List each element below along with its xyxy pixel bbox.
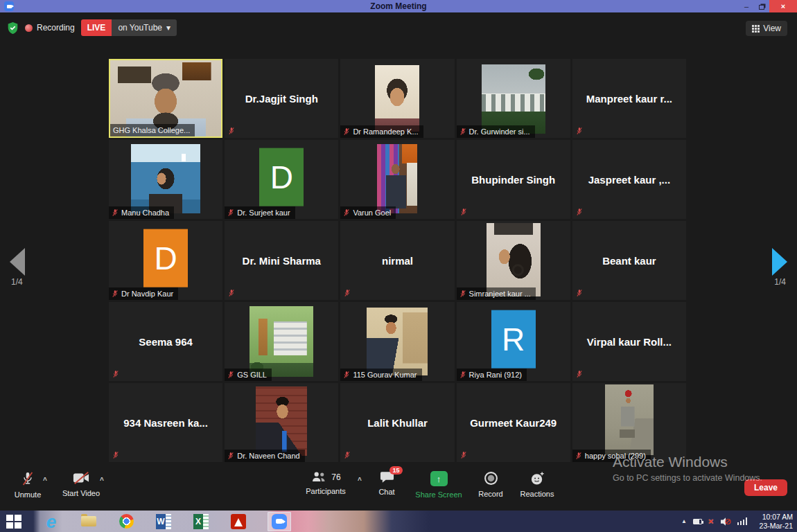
muted-mic-icon <box>344 451 351 459</box>
participant-tile[interactable]: Gurmeet Kaur249 <box>457 383 570 462</box>
muted-mic-icon <box>576 208 583 216</box>
participant-name: Dr.Jagjit Singh <box>225 59 338 138</box>
muted-mic-icon <box>576 127 583 135</box>
acrobat-icon <box>231 514 246 529</box>
participant-tile[interactable]: DDr. Surjeet kaur <box>225 140 338 219</box>
video-options-chevron[interactable]: ^ <box>100 477 104 484</box>
gallery-grid-icon <box>752 25 760 33</box>
participant-photo <box>256 387 307 456</box>
unmute-button[interactable]: Unmute <box>6 471 50 499</box>
participant-photo <box>377 144 417 213</box>
participant-label: GS GILL <box>225 369 272 381</box>
participant-tile[interactable]: DDr Navdip Kaur <box>109 221 222 300</box>
live-stream-control[interactable]: LIVE on YouTube ▾ <box>81 19 177 36</box>
audio-options-chevron[interactable]: ^ <box>43 477 47 484</box>
participant-name: GS GILL <box>237 371 267 379</box>
reactions-button[interactable]: Reactions <box>514 471 560 498</box>
participant-tile[interactable]: Varun Goel <box>340 140 454 219</box>
taskbar-icon-acrobat[interactable] <box>230 513 247 530</box>
muted-mic-icon <box>112 290 119 298</box>
participant-tile[interactable]: nirmal <box>340 221 454 300</box>
participant-mute-indicator <box>576 208 583 216</box>
participant-initial-avatar: D <box>259 148 304 206</box>
participant-name: Manu Chadha <box>121 209 169 217</box>
taskbar-icon-zoom[interactable] <box>268 512 291 531</box>
participant-tile[interactable]: GHG Khalsa College... <box>109 59 222 138</box>
record-button[interactable]: Record <box>468 471 513 498</box>
participant-mute-indicator <box>576 289 583 297</box>
view-button[interactable]: View <box>746 21 787 36</box>
restore-button[interactable] <box>754 0 769 12</box>
chat-unread-badge: 15 <box>389 466 402 475</box>
participant-tile[interactable]: GS GILL <box>225 302 338 381</box>
participants-button[interactable]: 76 Participants <box>297 471 355 495</box>
muted-mic-icon <box>459 290 466 298</box>
participant-tile[interactable]: Dr.Jagjit Singh <box>225 59 338 138</box>
taskbar-icon-internet-explorer[interactable]: e <box>43 513 60 530</box>
participant-name: 934 Nasreen ka... <box>109 383 222 462</box>
participant-tile[interactable]: 934 Nasreen ka... <box>109 383 222 462</box>
participant-tile[interactable]: happy sohal (299) <box>572 383 686 462</box>
start-video-button[interactable]: Start Video <box>58 471 104 497</box>
participant-tile[interactable]: Bhupinder Singh <box>457 140 570 219</box>
muted-mic-icon <box>343 371 350 379</box>
close-button[interactable]: × <box>769 0 797 12</box>
gallery-prev-button[interactable] <box>10 248 25 276</box>
participant-tile[interactable]: Dr Ramandeep K... <box>340 59 454 138</box>
participant-name: Riya Rani (912) <box>469 371 522 379</box>
participant-tile[interactable]: Seema 964 <box>109 302 222 381</box>
zoom-meeting-window: Zoom Meeting – × Recording LIVE on YouTu… <box>0 0 797 532</box>
participant-tile[interactable]: RRiya Rani (912) <box>457 302 570 381</box>
participant-tile[interactable]: Dr. Mini Sharma <box>225 221 338 300</box>
excel-icon: X <box>193 514 209 529</box>
live-destination-label: on YouTube <box>118 23 162 33</box>
participant-tile[interactable]: 115 Gourav Kumar <box>340 302 454 381</box>
participants-count: 76 <box>331 472 340 482</box>
participant-tile[interactable]: Manpreet kaur r... <box>572 59 686 138</box>
taskbar-icon-file-explorer[interactable] <box>80 513 97 530</box>
participant-label: Simranjeet kaur ... <box>457 287 536 300</box>
taskbar-icon-word[interactable]: W <box>155 513 172 530</box>
volume-muted-icon[interactable] <box>720 517 731 526</box>
live-badge: LIVE <box>81 19 112 36</box>
gallery-next-button[interactable] <box>772 248 787 276</box>
taskbar-icon-excel[interactable]: X <box>193 513 209 530</box>
mic-muted-icon <box>21 471 35 486</box>
participant-name: Gurmeet Kaur249 <box>457 383 570 462</box>
participant-name: Dr. Naveen Chand <box>237 452 300 460</box>
participant-grid: GHG Khalsa College...Dr.Jagjit SinghDr R… <box>109 59 686 462</box>
minimize-button[interactable]: – <box>739 0 754 12</box>
caret-down-icon[interactable]: ▾ <box>166 23 170 33</box>
word-icon: W <box>156 514 171 529</box>
participant-tile[interactable]: Beant kaur <box>572 221 686 300</box>
participants-options-chevron[interactable]: ^ <box>358 477 362 484</box>
participant-mute-indicator <box>460 451 467 459</box>
participant-label: Manu Chadha <box>109 206 174 219</box>
participant-tile[interactable]: Dr. Naveen Chand <box>225 383 338 462</box>
participant-tile[interactable]: Manu Chadha <box>109 140 222 219</box>
participant-name: Simranjeet kaur ... <box>469 290 531 298</box>
network-error-icon[interactable]: × <box>708 516 714 526</box>
participant-mute-indicator <box>460 208 467 216</box>
share-screen-button[interactable]: ↑ Share Screen <box>409 471 468 499</box>
participant-tile[interactable]: Jaspreet kaur ,... <box>572 140 686 219</box>
participant-tile[interactable]: Dr. Gurwinder si... <box>457 59 570 138</box>
muted-mic-icon <box>460 208 467 216</box>
participant-name: Dr. Mini Sharma <box>225 221 338 300</box>
participant-tile[interactable]: Virpal kaur Roll... <box>572 302 686 381</box>
signal-strength-icon[interactable] <box>737 517 748 525</box>
battery-icon[interactable] <box>693 519 702 524</box>
participant-tile[interactable]: Simranjeet kaur ... <box>457 221 570 300</box>
taskbar-clock[interactable]: 10:07 AM 23-Mar-21 <box>760 513 793 531</box>
leave-button[interactable]: Leave <box>744 479 787 496</box>
chat-button[interactable]: 15 Chat <box>365 471 409 496</box>
record-icon <box>484 471 498 486</box>
window-titlebar[interactable]: Zoom Meeting – × <box>0 0 797 12</box>
start-video-label: Start Video <box>62 489 100 497</box>
hidden-icons-arrow[interactable]: ▲ <box>681 518 687 524</box>
participant-mute-indicator <box>228 127 235 135</box>
taskbar-icon-start[interactable] <box>6 513 22 530</box>
participant-tile[interactable]: Lalit Khullar <box>340 383 454 462</box>
taskbar-icon-chrome[interactable] <box>118 513 134 530</box>
window-title: Zoom Meeting <box>0 0 797 12</box>
